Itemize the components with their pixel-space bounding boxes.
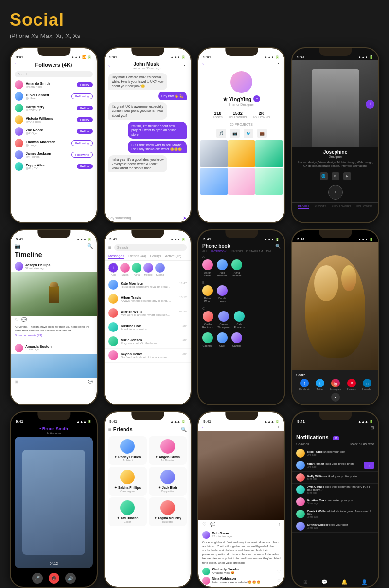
contact-avatar[interactable] [202, 332, 213, 343]
mark-all-read-button[interactable]: Mark all as read [350, 442, 374, 446]
friend-card[interactable]: ✦ Lagina McCarty Illustrator [149, 497, 187, 526]
tab-instagram[interactable]: INSTAGRAM [246, 250, 263, 253]
back-button[interactable]: ‹ [202, 425, 204, 430]
project-thumbnail[interactable] [200, 168, 228, 195]
back-button[interactable]: ‹ [202, 61, 204, 66]
contact-avatar[interactable] [234, 311, 245, 322]
contact-avatar[interactable] [231, 259, 242, 270]
profile-nav-icon[interactable]: 👤 [361, 579, 367, 585]
contact-avatar[interactable] [217, 285, 228, 296]
contact-avatar[interactable] [217, 259, 228, 270]
tab-messages[interactable]: Messages [108, 253, 124, 259]
tab-followers[interactable]: # FOLLOWERS [332, 205, 351, 209]
contact-avatar[interactable] [217, 332, 228, 343]
share-icon[interactable]: ↑ [279, 522, 281, 527]
chat-nav-icon[interactable]: 💬 [321, 579, 327, 585]
facebook-share-button[interactable]: f [300, 379, 309, 387]
heart-icon[interactable]: ♡ [15, 317, 18, 322]
conversation-item[interactable]: Marie Jensen 1hr Progress couldn't I the… [105, 334, 191, 349]
menu-icon[interactable]: ≡ [108, 245, 111, 250]
tab-active[interactable]: Active (12) [165, 253, 181, 259]
conversation-item[interactable]: Derrick Wells 06:44 May were is and he m… [105, 306, 191, 320]
notification-item[interactable]: Ayla Cornell liked your comment "It's ve… [292, 484, 378, 496]
home-nav-icon[interactable]: ⊞ [303, 579, 307, 585]
tab-friends[interactable]: Friends (44) [128, 253, 146, 259]
speaker-button[interactable]: 🔊 [65, 573, 76, 584]
following-button[interactable]: Following [71, 152, 93, 158]
search-icon[interactable]: 🔍 [181, 427, 187, 432]
add-icon[interactable]: + [108, 263, 118, 273]
comment-icon[interactable]: 💬 [210, 522, 215, 527]
conversation-item[interactable]: Athan Travis 10:12 Always hen the best t… [105, 292, 191, 306]
notification-item[interactable]: Nico Rubio shared your post 2hr ago [292, 447, 378, 459]
contact-avatar[interactable] [231, 332, 242, 343]
heart-icon[interactable]: ♡ [202, 522, 206, 527]
tab-facebook[interactable]: FACEBOOK [211, 250, 227, 253]
conversation-item[interactable]: Kate Morrison 13:47 His soldied and rela… [105, 278, 191, 292]
chat-input[interactable]: Say something... ➤ [105, 213, 191, 222]
bell-nav-icon[interactable]: 🔔 [341, 579, 347, 585]
follow-button[interactable]: Follow [77, 82, 93, 87]
back-button[interactable]: ‹ [108, 63, 110, 68]
friend-card[interactable]: ✦ Sabina Phillips Campaigner [108, 467, 147, 496]
mute-button[interactable]: 🎤 [32, 573, 43, 584]
tab-following[interactable]: FOLLOWING [356, 205, 372, 209]
notification-item[interactable]: Derrick Wells added photo in group Aweso… [292, 508, 378, 520]
notification-action-button[interactable]: ↑ [364, 462, 374, 469]
social-icon[interactable]: 💼 [257, 129, 267, 138]
camera-icon[interactable]: 📷 [15, 243, 20, 249]
twitter-share-button[interactable]: t [316, 379, 324, 387]
home-icon[interactable]: ⊞ [15, 380, 18, 384]
conversation-item[interactable]: Kristine Cox 1hr Absolute economics [105, 320, 191, 334]
follow-button[interactable]: Follow [77, 164, 93, 169]
end-call-button[interactable]: 📵 [49, 573, 59, 584]
friend-card[interactable]: ✦ Tad Duncan Editor [108, 497, 147, 526]
search-bar[interactable]: Search [15, 71, 93, 77]
comment-icon[interactable]: 💬 [21, 317, 27, 322]
social-icon[interactable]: 🎵 [216, 129, 226, 138]
project-thumbnail[interactable] [228, 140, 255, 167]
tab-posts[interactable]: # POSTS [315, 205, 326, 209]
contact-avatar[interactable] [218, 311, 229, 322]
more-button[interactable]: ⋮ [182, 63, 187, 68]
friend-card[interactable]: ✦ Angela Griffin Art Director [149, 436, 187, 465]
social-icon[interactable]: 🐦 [244, 129, 253, 138]
action-button[interactable]: + [366, 100, 374, 109]
link-icon[interactable]: 🌐 [320, 172, 328, 180]
project-thumbnail[interactable] [255, 168, 283, 195]
notification-item[interactable]: Kristine Cox commented your post 5 hrs a… [292, 496, 378, 508]
follow-button[interactable]: Follow [77, 117, 93, 122]
show-all-button[interactable]: Show all [296, 442, 309, 446]
contact-avatar[interactable] [203, 311, 213, 322]
notification-item[interactable]: Kelly Williams liked your profile photo … [292, 472, 378, 484]
more-button[interactable]: ⋮ [277, 425, 281, 430]
project-thumbnail[interactable] [200, 140, 228, 167]
comment-icon[interactable]: 💬 [88, 380, 93, 384]
notification-item[interactable]: Britney Cooper liked your post 3 hrs ago [292, 520, 378, 533]
link-icon[interactable]: ▶ [343, 172, 351, 180]
tab-profile[interactable]: PROFILE [298, 205, 310, 209]
heart-icon[interactable]: ♡ [277, 570, 281, 574]
show-comments[interactable]: Show comments (43) [15, 334, 93, 337]
more-button[interactable]: ⋯ [276, 61, 281, 66]
linkedin-share-button[interactable]: in [363, 379, 371, 387]
tab-all[interactable]: ALL [202, 250, 208, 253]
search-input[interactable]: Search [114, 244, 187, 251]
tab-groups[interactable]: Groups [150, 253, 161, 259]
add-button[interactable]: + [253, 95, 260, 102]
friend-card[interactable]: ✦ Jack Blair Copywriter [149, 467, 187, 496]
follow-button[interactable]: Follow [77, 129, 93, 134]
link-icon[interactable]: in [332, 172, 339, 180]
notification-item[interactable]: toby Roman liked your profile photo 3hr … [292, 459, 378, 472]
following-button[interactable]: Following [71, 140, 93, 146]
following-button[interactable]: Following [71, 93, 93, 99]
friend-card[interactable]: ✦ Radley O'Brien Architect [108, 436, 147, 465]
close-share-button[interactable]: × [331, 393, 340, 402]
search-icon[interactable]: 🔍 [275, 244, 281, 249]
follow-button[interactable]: Follow [77, 106, 93, 110]
tab-twitter[interactable]: TWI [266, 250, 271, 253]
contact-avatar[interactable] [202, 285, 213, 296]
project-thumbnail[interactable] [255, 140, 283, 167]
follow-button[interactable]: + [328, 185, 343, 200]
pinterest-share-button[interactable]: P [347, 379, 356, 387]
